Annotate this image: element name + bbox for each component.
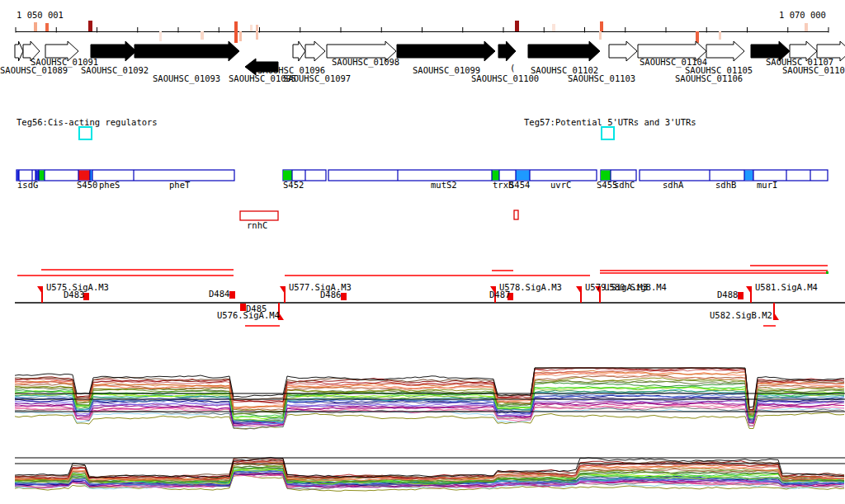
gene-label: SAOUHSC_01103: [568, 73, 635, 84]
coverage-mark: [34, 22, 37, 31]
terminator-label: D484: [209, 289, 229, 299]
cds-label: sdhC: [614, 180, 635, 190]
coverage-mark: [600, 21, 603, 31]
coverage-mark: [250, 25, 253, 31]
gene-label: SAOUHSC_01100: [471, 73, 539, 84]
terminator-label: D486: [320, 290, 341, 299]
tss-label: U580.SigB.M4: [604, 282, 667, 292]
gene-arrow[interactable]: [15, 41, 23, 61]
cds-label: pheT: [169, 180, 191, 190]
cds-segment[interactable]: [516, 171, 530, 181]
teg-label: Teg56:Cis-acting regulators: [17, 117, 158, 127]
expression-trace: [15, 412, 844, 429]
coverage-mark: [515, 21, 519, 31]
cds-label: S452: [283, 180, 304, 190]
terminator-mark[interactable]: [738, 292, 744, 299]
expression-panel-1: [15, 368, 845, 429]
coverage-mark: [599, 31, 602, 40]
terminator-label: D487: [489, 290, 510, 299]
cds-label: mutS2: [431, 180, 457, 190]
genome-browser-canvas: 1 050 0011 070 000SAOUHSC_01091SAOUHSC_0…: [0, 0, 845, 504]
rnhc-label: rnhC: [247, 220, 267, 230]
teg-box[interactable]: [79, 127, 92, 139]
cds-label: S454: [509, 180, 530, 190]
gene-label: SAOUHSC_01106: [675, 73, 743, 84]
gene-arrow[interactable]: [293, 41, 305, 61]
cds-segment[interactable]: [601, 171, 611, 181]
gene-label: SAOUHSC_0110: [782, 65, 845, 76]
cds-track: [17, 170, 828, 181]
tss-label: U581.SigA.M4: [755, 282, 818, 292]
feature-box[interactable]: [514, 210, 518, 219]
cds-bar[interactable]: [17, 170, 234, 181]
gene-label: SAOUHSC_01089: [0, 65, 68, 76]
coverage-mark: [159, 31, 162, 41]
ruler-start-coordinate: 1 050 001: [17, 10, 64, 20]
expression-panel-2: [15, 457, 845, 491]
gene-arrow[interactable]: [397, 41, 495, 61]
green-tick: [826, 271, 828, 274]
cds-segment[interactable]: [39, 171, 45, 181]
cds-segment[interactable]: [283, 171, 292, 181]
tss-label: U582.SigB.M2: [710, 310, 772, 320]
gene-arrow[interactable]: [305, 41, 325, 61]
terminator-label: D488: [717, 290, 738, 299]
gene-label: SAOUHSC_01093: [153, 73, 220, 84]
gene-arrow[interactable]: [528, 41, 600, 61]
terminator-label: D483: [64, 290, 84, 299]
gene-arrow[interactable]: [706, 41, 744, 61]
coverage-mark: [719, 31, 721, 40]
terminator-mark[interactable]: [341, 293, 347, 300]
trna-glyph: (: [510, 63, 515, 73]
coverage-mark: [45, 23, 49, 31]
cds-label: sdhB: [715, 180, 736, 190]
cds-label: uvrC: [550, 180, 571, 190]
teg-label: Teg57:Potential 5'UTRs and 3'UTRs: [524, 117, 696, 127]
cds-label: murI: [757, 180, 777, 190]
gene-arrow[interactable]: [609, 41, 637, 61]
cds-label: pheS: [99, 180, 120, 190]
coverage-mark: [88, 21, 92, 31]
gene-arrow[interactable]: [498, 41, 516, 61]
coverage-mark: [805, 23, 808, 31]
cds-segment[interactable]: [492, 171, 499, 181]
ruler-end-coordinate: 1 070 000: [779, 10, 826, 20]
coverage-mark: [239, 31, 242, 41]
gene-label: SAOUHSC_01092: [81, 65, 149, 76]
rnhc-box[interactable]: [240, 211, 278, 220]
gene-label: SAOUHSC_01099: [413, 65, 480, 76]
cds-segment[interactable]: [78, 171, 90, 181]
genome-browser: 1 050 0011 070 000SAOUHSC_01091SAOUHSC_0…: [0, 0, 845, 504]
cds-segment[interactable]: [744, 171, 753, 181]
gene-arrow[interactable]: [135, 41, 239, 61]
coverage-mark: [552, 24, 555, 31]
gene-label: SAOUHSC_01098: [332, 57, 399, 68]
coverage-mark: [201, 31, 204, 40]
cds-label: sdhA: [663, 180, 684, 190]
coverage-mark: [234, 21, 238, 43]
terminator-label: D485: [246, 304, 267, 313]
ruler: [16, 21, 828, 43]
gene-label: SAOUHSC_01097: [283, 73, 351, 84]
cds-label: S450: [77, 180, 97, 190]
terminator-mark[interactable]: [229, 291, 235, 299]
teg-box[interactable]: [602, 127, 614, 139]
cds-label: isdG: [17, 180, 38, 190]
coverage-mark: [256, 25, 258, 40]
